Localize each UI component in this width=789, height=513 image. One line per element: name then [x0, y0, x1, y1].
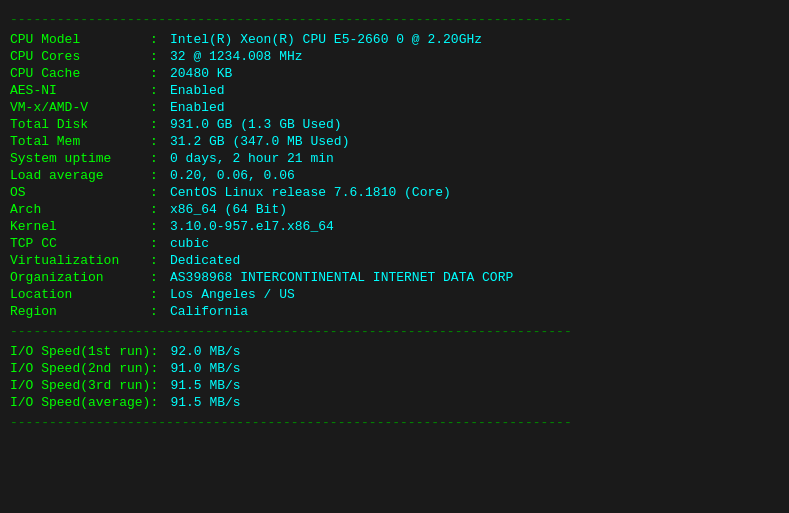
io-speed-value: 92.0 MB/s — [170, 343, 779, 360]
system-info-row: CPU Cache:20480 KB — [10, 65, 779, 82]
colon-separator: : — [150, 99, 170, 116]
system-info-label: Total Mem — [10, 133, 150, 150]
system-info-value: 20480 KB — [170, 65, 779, 82]
system-info-value: 931.0 GB (1.3 GB Used) — [170, 116, 779, 133]
io-speed-row: I/O Speed(3rd run):91.5 MB/s — [10, 377, 779, 394]
system-info-label: CPU Cores — [10, 48, 150, 65]
colon-separator: : — [150, 184, 170, 201]
system-info-label: TCP CC — [10, 235, 150, 252]
system-info-label: Organization — [10, 269, 150, 286]
system-info-label: System uptime — [10, 150, 150, 167]
io-speed-row: I/O Speed(average):91.5 MB/s — [10, 394, 779, 411]
system-info-value: Dedicated — [170, 252, 779, 269]
mid-divider: ----------------------------------------… — [10, 324, 779, 339]
io-speed-value: 91.5 MB/s — [170, 377, 779, 394]
colon-separator: : — [150, 150, 170, 167]
system-info-label: Virtualization — [10, 252, 150, 269]
system-info-value: x86_64 (64 Bit) — [170, 201, 779, 218]
colon-separator: : — [150, 269, 170, 286]
colon-separator: : — [150, 235, 170, 252]
system-info-value: Enabled — [170, 99, 779, 116]
io-speed-section: I/O Speed(1st run):92.0 MB/sI/O Speed(2n… — [10, 343, 779, 411]
colon-separator: : — [150, 65, 170, 82]
io-speed-row: I/O Speed(1st run):92.0 MB/s — [10, 343, 779, 360]
system-info-row: Load average:0.20, 0.06, 0.06 — [10, 167, 779, 184]
system-info-value: Intel(R) Xeon(R) CPU E5-2660 0 @ 2.20GHz — [170, 31, 779, 48]
io-speed-value: 91.0 MB/s — [170, 360, 779, 377]
system-info-label: OS — [10, 184, 150, 201]
io-speed-row: I/O Speed(2nd run):91.0 MB/s — [10, 360, 779, 377]
system-info-row: Total Disk:931.0 GB (1.3 GB Used) — [10, 116, 779, 133]
bottom-divider: ----------------------------------------… — [10, 415, 779, 430]
io-speed-label: I/O Speed(1st run) — [10, 343, 150, 360]
colon-separator: : — [150, 31, 170, 48]
system-info-label: Region — [10, 303, 150, 320]
colon-separator: : — [150, 360, 170, 377]
colon-separator: : — [150, 133, 170, 150]
system-info-label: Total Disk — [10, 116, 150, 133]
system-info-label: Location — [10, 286, 150, 303]
system-info-row: AES-NI:Enabled — [10, 82, 779, 99]
colon-separator: : — [150, 48, 170, 65]
system-info-row: CPU Model:Intel(R) Xeon(R) CPU E5-2660 0… — [10, 31, 779, 48]
colon-separator: : — [150, 303, 170, 320]
system-info-value: Los Angeles / US — [170, 286, 779, 303]
colon-separator: : — [150, 201, 170, 218]
colon-separator: : — [150, 394, 170, 411]
system-info-label: Arch — [10, 201, 150, 218]
colon-separator: : — [150, 252, 170, 269]
system-info-value: 32 @ 1234.008 MHz — [170, 48, 779, 65]
system-info-row: Location:Los Angeles / US — [10, 286, 779, 303]
system-info-row: Region:California — [10, 303, 779, 320]
system-info-value: AS398968 INTERCONTINENTAL INTERNET DATA … — [170, 269, 779, 286]
system-info-value: Enabled — [170, 82, 779, 99]
system-info-label: AES-NI — [10, 82, 150, 99]
system-info-row: Kernel:3.10.0-957.el7.x86_64 — [10, 218, 779, 235]
colon-separator: : — [150, 343, 170, 360]
system-info-value: California — [170, 303, 779, 320]
io-speed-label: I/O Speed(3rd run) — [10, 377, 150, 394]
system-info-row: TCP CC:cubic — [10, 235, 779, 252]
colon-separator: : — [150, 286, 170, 303]
system-info-value: 31.2 GB (347.0 MB Used) — [170, 133, 779, 150]
system-info-label: Kernel — [10, 218, 150, 235]
system-info-row: Total Mem:31.2 GB (347.0 MB Used) — [10, 133, 779, 150]
io-speed-label: I/O Speed(average) — [10, 394, 150, 411]
system-info-row: Arch:x86_64 (64 Bit) — [10, 201, 779, 218]
system-info-row: Organization:AS398968 INTERCONTINENTAL I… — [10, 269, 779, 286]
system-info-row: OS:CentOS Linux release 7.6.1810 (Core) — [10, 184, 779, 201]
system-info-value: cubic — [170, 235, 779, 252]
colon-separator: : — [150, 167, 170, 184]
io-speed-label: I/O Speed(2nd run) — [10, 360, 150, 377]
colon-separator: : — [150, 218, 170, 235]
system-info-label: Load average — [10, 167, 150, 184]
colon-separator: : — [150, 116, 170, 133]
system-info-row: Virtualization:Dedicated — [10, 252, 779, 269]
colon-separator: : — [150, 377, 170, 394]
system-info-value: CentOS Linux release 7.6.1810 (Core) — [170, 184, 779, 201]
system-info-label: CPU Cache — [10, 65, 150, 82]
system-info-value: 0 days, 2 hour 21 min — [170, 150, 779, 167]
top-divider: ----------------------------------------… — [10, 12, 779, 27]
system-info-value: 0.20, 0.06, 0.06 — [170, 167, 779, 184]
system-info-row: System uptime:0 days, 2 hour 21 min — [10, 150, 779, 167]
system-info-value: 3.10.0-957.el7.x86_64 — [170, 218, 779, 235]
system-info-label: CPU Model — [10, 31, 150, 48]
system-info-row: VM-x/AMD-V:Enabled — [10, 99, 779, 116]
colon-separator: : — [150, 82, 170, 99]
io-speed-value: 91.5 MB/s — [170, 394, 779, 411]
system-info-section: CPU Model:Intel(R) Xeon(R) CPU E5-2660 0… — [10, 31, 779, 320]
system-info-row: CPU Cores:32 @ 1234.008 MHz — [10, 48, 779, 65]
system-info-label: VM-x/AMD-V — [10, 99, 150, 116]
